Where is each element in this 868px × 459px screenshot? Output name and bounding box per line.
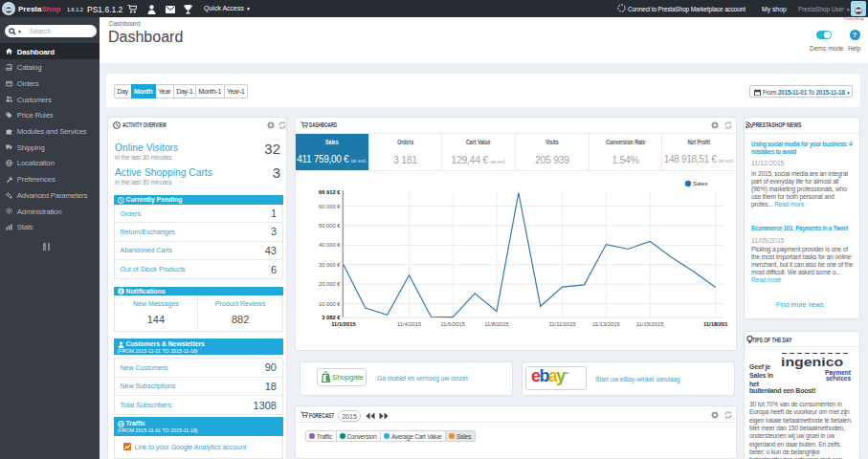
svg-text:50 000 €: 50 000 € — [319, 223, 341, 229]
svg-text:30 000 €: 30 000 € — [319, 262, 341, 268]
svg-text:11/15/2015: 11/15/2015 — [636, 321, 664, 327]
svg-text:11/18/201: 11/18/201 — [703, 321, 728, 327]
svg-text:11/8/2015: 11/8/2015 — [484, 321, 508, 327]
svg-text:60 000 €: 60 000 € — [319, 204, 341, 209]
svg-text:20 000 €: 20 000 € — [319, 281, 341, 287]
svg-text:3 082 €: 3 082 € — [322, 315, 341, 320]
svg-text:11/11/2015: 11/11/2015 — [549, 321, 576, 327]
svg-text:11/6/2015: 11/6/2015 — [441, 321, 465, 327]
svg-text:11/4/2015: 11/4/2015 — [397, 321, 421, 327]
svg-text:11/13/2015: 11/13/2015 — [592, 321, 620, 327]
svg-text:66 912 €: 66 912 € — [319, 189, 341, 195]
svg-text:Sales: Sales — [693, 180, 707, 186]
svg-text:40 000 €: 40 000 € — [319, 242, 341, 248]
svg-text:11/1/2015: 11/1/2015 — [331, 321, 356, 327]
svg-text:10 000 €: 10 000 € — [319, 301, 341, 307]
